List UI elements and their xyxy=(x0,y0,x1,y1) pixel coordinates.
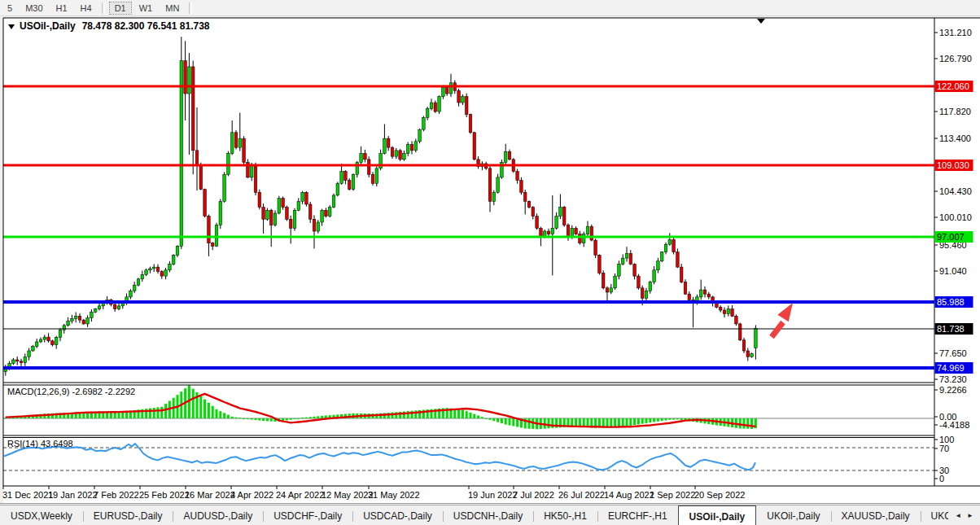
price-axis-label: 104.430 xyxy=(939,186,972,196)
symbol-dropdown-icon[interactable] xyxy=(8,24,15,29)
tab-scroll-left-icon[interactable]: ◄ xyxy=(955,512,961,519)
symbol-tabbar: USDX,WeeklyEURUSD-,DailyAUDUSD-,DailyUSD… xyxy=(0,505,980,525)
date-axis-label: 19 Jun 2022 xyxy=(468,490,518,500)
rsi-axis-label: 0 xyxy=(939,474,944,483)
price-badge-label: 81.738 xyxy=(937,324,965,334)
macd-axis-label: -4.4188 xyxy=(939,420,969,430)
date-axis-label: 4 Apr 2022 xyxy=(230,490,273,500)
chart-ohlc-values: 78.478 82.300 76.541 81.738 xyxy=(82,20,210,32)
rsi-indicator-label: RSI(14) 43.6498 xyxy=(7,439,73,448)
macd-axis-label: 9.2266 xyxy=(939,385,967,395)
price-axis-label: 131.210 xyxy=(939,28,972,37)
tab-scroll-arrows: ◄ ► xyxy=(948,505,980,525)
price-axis-label: 126.790 xyxy=(939,54,972,63)
symbol-tab[interactable]: USDX,Weekly xyxy=(0,507,83,525)
symbol-tab[interactable]: AUDUSD-,Daily xyxy=(173,507,263,525)
symbol-tabs: USDX,WeeklyEURUSD-,DailyAUDUSD-,DailyUSD… xyxy=(0,505,948,525)
price-axis-label: 117.820 xyxy=(939,107,971,116)
date-axis-label: 7 Jul 2022 xyxy=(513,490,554,500)
symbol-tab[interactable]: UKOil-,Daily xyxy=(756,507,830,525)
symbol-tab[interactable]: HK50-,H1 xyxy=(533,507,597,525)
date-axis-label: 24 Apr 2022 xyxy=(276,490,324,500)
date-axis-label: 1 Sep 2022 xyxy=(650,490,695,500)
date-axis-label: 7 Feb 2022 xyxy=(94,490,139,500)
price-badge-label: 122.060 xyxy=(937,81,969,91)
symbol-tab[interactable]: XAUUSD-,Daily xyxy=(831,507,921,525)
date-axis-label: 31 May 2022 xyxy=(368,490,420,500)
macd-indicator-label: MACD(12,26,9) -2.6982 -2.2292 xyxy=(7,387,135,396)
symbol-tab[interactable]: USDCNH-,Daily xyxy=(443,507,533,525)
date-axis-label: 20 Sep 2022 xyxy=(694,490,745,500)
chart-symbol-label: USOil-,Daily xyxy=(20,20,76,32)
price-badge-label: 109.030 xyxy=(937,160,969,170)
price-axis-label: 100.010 xyxy=(939,212,972,222)
price-axis-label: 77.650 xyxy=(939,348,967,358)
tab-scroll-right-icon[interactable]: ► xyxy=(967,512,973,519)
price-axis-label: 113.400 xyxy=(939,133,971,143)
chart-title: USOil-,Daily78.478 82.300 76.541 81.738 xyxy=(8,20,210,32)
date-axis-label: 25 Feb 2022 xyxy=(139,490,190,500)
date-axis-label: 26 Jul 2022 xyxy=(558,490,605,500)
date-axis-label: 31 Dec 2021 xyxy=(2,490,53,500)
price-axis-label: 73.230 xyxy=(939,374,967,384)
symbol-tab[interactable]: USDCHF-,Daily xyxy=(263,507,352,525)
chart-canvas[interactable]: 131.210126.790117.820113.400104.430100.0… xyxy=(0,0,980,525)
symbol-tab[interactable]: USOil-,Daily xyxy=(678,505,757,525)
price-badge-label: 97.007 xyxy=(937,232,965,242)
symbol-tab[interactable]: UKOil-,Da xyxy=(921,507,949,525)
chart-background xyxy=(3,18,980,503)
price-badge-label: 74.969 xyxy=(937,363,965,373)
price-axis-label: 91.040 xyxy=(939,266,967,276)
trading-terminal: 5M30H1H4D1W1MN 131.210126.790117.820113.… xyxy=(0,0,980,525)
date-axis-label: 19 Jan 2022 xyxy=(48,490,98,500)
symbol-tab[interactable]: USDCAD-,Daily xyxy=(352,507,443,525)
price-badge-label: 85.988 xyxy=(937,297,965,307)
symbol-tab[interactable]: EURUSD-,Daily xyxy=(83,507,173,525)
symbol-tab[interactable]: EURCHF-,H1 xyxy=(597,507,678,525)
date-axis-label: 16 Mar 2022 xyxy=(185,490,235,500)
date-axis-label: 14 Aug 2022 xyxy=(604,490,654,500)
date-axis-label: 12 May 2022 xyxy=(322,490,374,500)
rsi-axis-label: 70 xyxy=(939,444,949,453)
